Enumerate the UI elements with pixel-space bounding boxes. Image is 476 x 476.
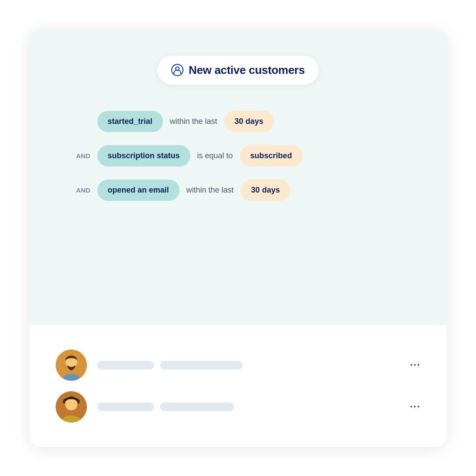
- condition-pill-subscribed[interactable]: subscribed: [240, 145, 303, 166]
- and-label-2: AND: [73, 152, 90, 160]
- customer-row-1: ···: [56, 350, 421, 381]
- condition-pill-started-trial[interactable]: started_trial: [97, 111, 163, 132]
- customer-menu-2[interactable]: ···: [410, 401, 420, 413]
- customer-row-2: ···: [56, 391, 421, 423]
- placeholder-name-1: [97, 361, 154, 369]
- customer-info-1: [97, 361, 400, 369]
- conditions-area: started_trial within the last 30 days AN…: [64, 111, 412, 201]
- condition-row-3: AND opened an email within the last 30 d…: [73, 180, 412, 201]
- segment-title: New active customers: [189, 63, 305, 77]
- condition-text-3: within the last: [186, 186, 234, 195]
- customer-segment-icon: [171, 64, 183, 76]
- condition-text-2: is equal to: [197, 151, 233, 160]
- condition-pill-subscription[interactable]: subscription status: [97, 145, 190, 166]
- placeholder-detail-1: [160, 361, 243, 369]
- condition-row-2: AND subscription status is equal to subs…: [73, 145, 412, 166]
- avatar-2: [56, 391, 87, 423]
- condition-pill-opened-email[interactable]: opened an email: [97, 180, 180, 201]
- bottom-panel: ··· ···: [30, 325, 447, 447]
- condition-pill-30days-1[interactable]: 30 days: [224, 111, 274, 132]
- svg-point-5: [65, 398, 77, 410]
- customer-info-2: [97, 403, 400, 411]
- segment-title-pill[interactable]: New active customers: [157, 56, 319, 85]
- placeholder-detail-2: [160, 403, 234, 411]
- condition-text-1: within the last: [170, 117, 217, 126]
- customer-menu-1[interactable]: ···: [410, 359, 420, 371]
- top-panel: New active customers started_trial withi…: [30, 30, 447, 325]
- condition-pill-30days-3[interactable]: 30 days: [241, 180, 290, 201]
- and-label-3: AND: [73, 186, 90, 194]
- avatar-1: [56, 350, 87, 381]
- placeholder-name-2: [97, 403, 154, 411]
- main-card: New active customers started_trial withi…: [30, 30, 447, 447]
- condition-row-1: started_trial within the last 30 days: [73, 111, 412, 132]
